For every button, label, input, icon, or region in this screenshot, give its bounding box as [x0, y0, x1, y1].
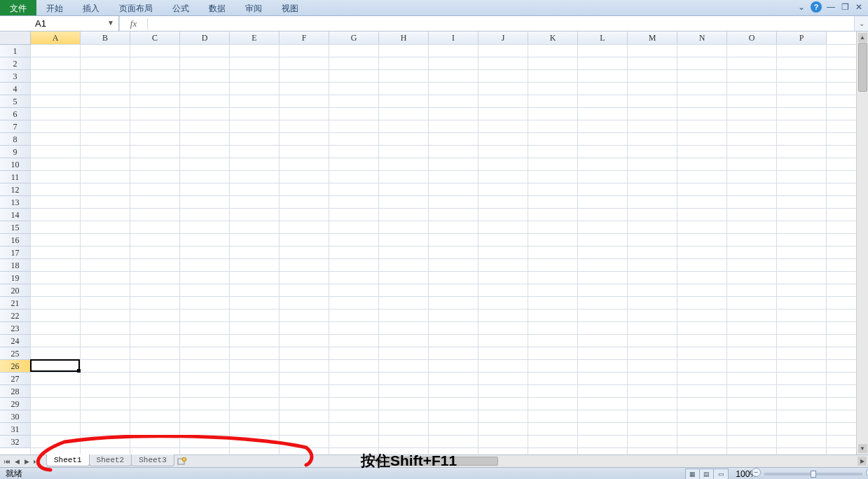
- fill-handle[interactable]: [77, 369, 81, 373]
- row-header-1[interactable]: 1: [0, 45, 31, 57]
- row-header-28[interactable]: 28: [0, 385, 31, 398]
- window-minimize-icon[interactable]: —: [826, 2, 836, 12]
- cells-area[interactable]: [31, 45, 856, 454]
- col-header-M[interactable]: M: [628, 32, 677, 45]
- sheet-nav-next-icon[interactable]: ▶: [22, 457, 32, 466]
- new-sheet-button[interactable]: [174, 455, 191, 467]
- sheet-nav-first-icon[interactable]: ⏮: [2, 457, 12, 466]
- zoom-slider[interactable]: − +: [764, 473, 862, 475]
- row-header-3[interactable]: 3: [0, 70, 31, 83]
- formula-bar-row: A1 ▼ fx ⌄: [0, 16, 868, 32]
- scroll-right-icon[interactable]: ▶: [857, 457, 867, 466]
- sheet-tab-sheet3[interactable]: Sheet3: [131, 454, 174, 466]
- col-header-N[interactable]: N: [677, 32, 727, 45]
- vscroll-thumb[interactable]: [858, 43, 867, 92]
- ribbon-tab-layout[interactable]: 页面布局: [109, 0, 163, 15]
- row-header-12[interactable]: 12: [0, 183, 31, 196]
- row-header-8[interactable]: 8: [0, 133, 31, 146]
- sheet-nav-prev-icon[interactable]: ◀: [12, 457, 22, 466]
- active-cell-outline: [30, 359, 80, 372]
- view-normal-icon[interactable]: ▦: [686, 469, 700, 479]
- row-header-24[interactable]: 24: [0, 335, 31, 347]
- col-header-P[interactable]: P: [777, 32, 827, 45]
- row-header-23[interactable]: 23: [0, 322, 31, 335]
- view-pagelayout-icon[interactable]: ▤: [700, 469, 714, 479]
- col-header-H[interactable]: H: [379, 32, 429, 45]
- name-box[interactable]: A1 ▼: [0, 16, 119, 31]
- col-header-A[interactable]: A: [31, 32, 81, 45]
- window-restore-icon[interactable]: ❐: [840, 2, 850, 12]
- horizontal-scrollbar[interactable]: ◀ ▶: [373, 455, 868, 467]
- row-header-4[interactable]: 4: [0, 83, 31, 95]
- col-header-G[interactable]: G: [329, 32, 379, 45]
- window-close-icon[interactable]: ✕: [854, 2, 864, 12]
- new-sheet-icon: [177, 457, 187, 466]
- col-header-E[interactable]: E: [230, 32, 280, 45]
- svg-point-1: [182, 457, 186, 461]
- ribbon-tab-data[interactable]: 数据: [199, 0, 235, 15]
- row-header-15[interactable]: 15: [0, 221, 31, 234]
- name-box-dropdown-icon[interactable]: ▼: [107, 19, 116, 27]
- row-header-27[interactable]: 27: [0, 373, 31, 385]
- row-header-31[interactable]: 31: [0, 423, 31, 436]
- zoom-knob[interactable]: [811, 471, 816, 478]
- ribbon-tab-review[interactable]: 审阅: [235, 0, 272, 15]
- row-header-11[interactable]: 11: [0, 171, 31, 183]
- row-header-21[interactable]: 21: [0, 297, 31, 310]
- scroll-up-icon[interactable]: ▲: [858, 33, 867, 42]
- sheet-nav-buttons: ⏮ ◀ ▶ ⏭: [0, 455, 43, 467]
- col-header-B[interactable]: B: [81, 32, 130, 45]
- fx-label[interactable]: fx: [120, 18, 148, 29]
- ribbon-tab-view[interactable]: 视图: [272, 0, 308, 15]
- name-box-value: A1: [35, 18, 46, 29]
- row-header-7[interactable]: 7: [0, 120, 31, 133]
- ribbon-tab-formula[interactable]: 公式: [163, 0, 199, 15]
- scroll-down-icon[interactable]: ▼: [858, 444, 867, 453]
- sheet-tab-row: ⏮ ◀ ▶ ⏭ Sheet1Sheet2Sheet3 ◀ ▶: [0, 454, 868, 467]
- row-header-10[interactable]: 10: [0, 158, 31, 171]
- col-header-F[interactable]: F: [280, 32, 329, 45]
- ribbon-minimize-icon[interactable]: ⌄: [797, 2, 806, 12]
- row-header-13[interactable]: 13: [0, 196, 31, 209]
- row-header-6[interactable]: 6: [0, 108, 31, 120]
- zoom-out-icon[interactable]: −: [752, 468, 761, 477]
- row-header-14[interactable]: 14: [0, 209, 31, 221]
- row-header-20[interactable]: 20: [0, 284, 31, 297]
- ribbon-tab-insert[interactable]: 插入: [73, 0, 109, 15]
- formula-input[interactable]: [148, 16, 854, 31]
- row-header-19[interactable]: 19: [0, 272, 31, 284]
- row-header-22[interactable]: 22: [0, 310, 31, 322]
- sheet-tab-sheet1[interactable]: Sheet1: [46, 454, 90, 466]
- help-icon[interactable]: ?: [811, 1, 822, 13]
- col-header-O[interactable]: O: [727, 32, 777, 45]
- row-header-9[interactable]: 9: [0, 146, 31, 158]
- sheet-tab-sheet2[interactable]: Sheet2: [89, 454, 132, 466]
- row-header-25[interactable]: 25: [0, 347, 31, 360]
- select-all-corner[interactable]: [0, 32, 31, 45]
- sheet-nav-last-icon[interactable]: ⏭: [32, 457, 41, 466]
- view-mode-buttons: ▦ ▤ ▭: [685, 468, 729, 480]
- col-header-I[interactable]: I: [429, 32, 478, 45]
- vertical-scrollbar[interactable]: ▲ ▼: [856, 32, 868, 454]
- row-header-17[interactable]: 17: [0, 247, 31, 259]
- row-header-32[interactable]: 32: [0, 436, 31, 448]
- formula-expand-icon[interactable]: ⌄: [854, 16, 868, 31]
- hscroll-thumb[interactable]: [386, 457, 498, 466]
- col-header-K[interactable]: K: [528, 32, 578, 45]
- row-header-26[interactable]: 26: [0, 360, 31, 373]
- scroll-left-icon[interactable]: ◀: [375, 457, 384, 466]
- row-header-29[interactable]: 29: [0, 398, 31, 410]
- col-header-J[interactable]: J: [478, 32, 528, 45]
- row-header-18[interactable]: 18: [0, 259, 31, 272]
- ribbon-tab-file[interactable]: 文件: [0, 0, 36, 15]
- col-header-L[interactable]: L: [578, 32, 628, 45]
- row-header-16[interactable]: 16: [0, 234, 31, 247]
- col-header-C[interactable]: C: [130, 32, 180, 45]
- ribbon-tab-home[interactable]: 开始: [36, 0, 73, 15]
- row-header-30[interactable]: 30: [0, 410, 31, 423]
- row-header-2[interactable]: 2: [0, 57, 31, 70]
- col-header-D[interactable]: D: [180, 32, 230, 45]
- spreadsheet-grid: ABCDEFGHIJKLMNOP 12345678910111213141516…: [0, 32, 868, 454]
- view-pagebreak-icon[interactable]: ▭: [714, 469, 728, 479]
- row-header-5[interactable]: 5: [0, 95, 31, 108]
